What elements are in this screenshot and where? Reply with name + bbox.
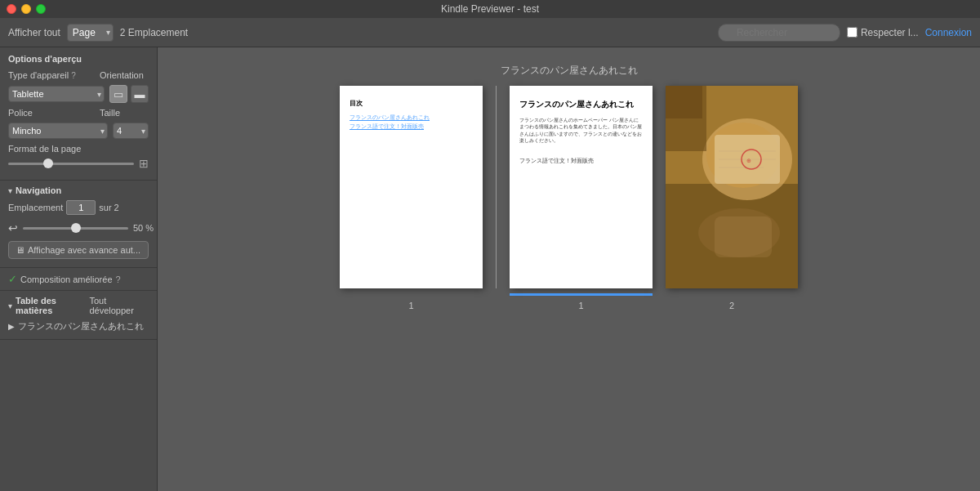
- toc-arrow-icon: ▾: [8, 301, 12, 310]
- back-icon[interactable]: ↩: [8, 221, 18, 234]
- emplacement-nav-label: Emplacement: [8, 203, 63, 212]
- search-input[interactable]: [718, 24, 840, 42]
- connexion-link[interactable]: Connexion: [925, 27, 972, 38]
- page-wrapper-3: ⊕ 2: [666, 86, 798, 310]
- police-select[interactable]: Mincho: [8, 123, 108, 139]
- page-number-1: 1: [408, 301, 413, 310]
- page-number-2: 1: [578, 301, 583, 310]
- nav-title: Navigation: [16, 185, 61, 195]
- navigation-section: ▾ Navigation Emplacement 1 sur 2 ↩ 50 % …: [0, 181, 157, 268]
- portrait-icon[interactable]: ▭: [109, 85, 127, 103]
- minimize-button[interactable]: [21, 4, 31, 14]
- avance-button[interactable]: 🖥 Affichage avec avance aut...: [8, 241, 149, 259]
- svg-rect-14: [666, 86, 702, 118]
- emplacement-total: sur 2: [99, 203, 118, 212]
- page-number-3: 2: [729, 301, 734, 310]
- sidebar: Options d'aperçu Type d'appareil ? Orien…: [0, 47, 158, 491]
- book-title-header: フランスのパン屋さんあれこれ: [501, 64, 638, 78]
- zoom-value: 50 %: [133, 223, 154, 233]
- toc-expand-btn[interactable]: Tout développer: [89, 296, 149, 315]
- page-toc-content: 目次 フランスのパン屋さんあれこれ フランス語で注文！対面販売: [340, 86, 483, 145]
- device-select-wrapper[interactable]: Tablette: [8, 86, 105, 102]
- traffic-lights: [7, 4, 46, 14]
- nav-arrow-icon: ▾: [8, 186, 12, 195]
- svg-rect-10: [715, 216, 772, 257]
- page-main-content: フランスのパン屋さんあれこれ フランスのパン屋さんのホームペーパー パン屋さんに…: [510, 86, 653, 178]
- composition-section: ✓ Composition améliorée ?: [0, 268, 157, 291]
- device-type-row: Type d'appareil ? Orientation: [8, 70, 149, 80]
- afficher-label: Afficher tout: [8, 27, 60, 38]
- svg-text:⊕: ⊕: [746, 158, 751, 163]
- close-button[interactable]: [7, 4, 16, 14]
- page-indicator-2: [510, 293, 653, 296]
- content-area: フランスのパン屋さんあれこれ 目次 フランスのパン屋さんあれこれ フランス語で注…: [158, 47, 980, 491]
- composition-label: Composition améliorée: [20, 275, 113, 284]
- orientation-icons: ▭ ▬: [109, 85, 149, 103]
- info-icon-device: ?: [71, 71, 76, 80]
- format-label: Format de la page: [8, 144, 149, 154]
- page-image-content: ⊕: [666, 86, 798, 288]
- page-image-svg: ⊕: [666, 86, 798, 288]
- toc-link-2[interactable]: フランス語で注文！対面販売: [350, 123, 473, 131]
- pages-container: 目次 フランスのパン屋さんあれこれ フランス語で注文！対面販売 1 フランスのパ…: [340, 86, 798, 310]
- landscape-icon[interactable]: ▬: [131, 85, 149, 103]
- toc-title: Table des matières: [16, 296, 89, 315]
- device-select[interactable]: Tablette: [8, 86, 105, 102]
- device-controls-row: Tablette ▭ ▬: [8, 85, 149, 103]
- toolbar: Afficher tout Page 2 Emplacement 🔍 Respe…: [0, 18, 980, 47]
- toc-title-group: ▾ Table des matières: [8, 296, 89, 315]
- title-bar: Kindle Previewer - test: [0, 0, 980, 18]
- page-2[interactable]: フランスのパン屋さんあれこれ フランスのパン屋さんのホームペーパー パン屋さんに…: [510, 86, 653, 288]
- page-select-wrapper[interactable]: Page: [67, 24, 114, 42]
- format-slider[interactable]: [8, 163, 134, 165]
- options-section: Options d'aperçu Type d'appareil ? Orien…: [0, 47, 157, 181]
- page-divider: [496, 86, 497, 288]
- zoom-slider[interactable]: [23, 227, 128, 230]
- page-main-subtitle: フランス語で注文！対面販売: [519, 157, 643, 165]
- taille-label: Taille: [100, 108, 149, 118]
- window-title: Kindle Previewer - test: [441, 3, 539, 15]
- police-label: Police: [8, 108, 57, 118]
- toc-section: ▾ Table des matières Tout développer ▶ フ…: [0, 291, 157, 340]
- type-appareil-label: Type d'appareil ?: [8, 70, 76, 80]
- maximize-button[interactable]: [36, 4, 46, 14]
- main-layout: Options d'aperçu Type d'appareil ? Orien…: [0, 47, 980, 491]
- page-select[interactable]: Page: [67, 24, 114, 42]
- page-indicator-1: [340, 293, 483, 296]
- page-main-title: フランスのパン屋さんあれこれ: [519, 99, 643, 110]
- respecter-checkbox-label[interactable]: Respecter l...: [847, 27, 919, 38]
- page-wrapper-2: フランスのパン屋さんあれこれ フランスのパン屋さんのホームペーパー パン屋さんに…: [510, 86, 653, 310]
- taille-select[interactable]: 4: [113, 123, 149, 139]
- toc-link-1[interactable]: フランスのパン屋さんあれこれ: [350, 114, 473, 122]
- toc-header-row: ▾ Table des matières Tout développer: [8, 296, 149, 315]
- respecter-checkbox[interactable]: [847, 27, 858, 38]
- police-taille-labels-row: Police Taille: [8, 108, 149, 118]
- respecter-label: Respecter l...: [861, 27, 919, 38]
- toc-item-arrow-icon: ▶: [8, 322, 15, 331]
- page-main-body: フランスのパン屋さんのホームペーパー パン屋さんにまつわる情報あれこれを集めてき…: [519, 117, 643, 144]
- composition-row: ✓ Composition améliorée ?: [8, 273, 149, 285]
- format-label-row: Format de la page: [8, 144, 149, 154]
- emplacement-row: Emplacement 1 sur 2: [8, 200, 149, 215]
- search-wrapper: 🔍: [718, 24, 840, 42]
- grid-icon: ⊞: [139, 157, 149, 170]
- page-3[interactable]: ⊕: [666, 86, 798, 288]
- avance-icon: 🖥: [16, 245, 24, 255]
- info-icon-composition: ?: [116, 275, 121, 284]
- page-wrapper-1: 目次 フランスのパン屋さんあれこれ フランス語で注文！対面販売 1: [340, 86, 483, 310]
- toc-item-label: フランスのパン屋さんあれこれ: [18, 320, 144, 333]
- check-icon: ✓: [8, 273, 17, 285]
- zoom-row: ↩ 50 %: [8, 221, 149, 234]
- format-slider-row: ⊞: [8, 157, 149, 170]
- page-indicator-3: [666, 293, 798, 296]
- options-title: Options d'aperçu: [8, 54, 149, 64]
- emplacement-input[interactable]: 1: [66, 200, 96, 215]
- police-select-wrapper[interactable]: Mincho: [8, 123, 108, 139]
- police-taille-controls-row: Mincho 4: [8, 123, 149, 139]
- emplacement-label: 2 Emplacement: [120, 27, 188, 38]
- page-1[interactable]: 目次 フランスのパン屋さんあれこれ フランス語で注文！対面販売: [340, 86, 483, 288]
- orientation-label: Orientation: [100, 70, 149, 80]
- toc-item[interactable]: ▶ フランスのパン屋さんあれこれ: [8, 319, 149, 334]
- taille-select-wrapper[interactable]: 4: [113, 123, 149, 139]
- nav-title-row: ▾ Navigation: [8, 185, 149, 195]
